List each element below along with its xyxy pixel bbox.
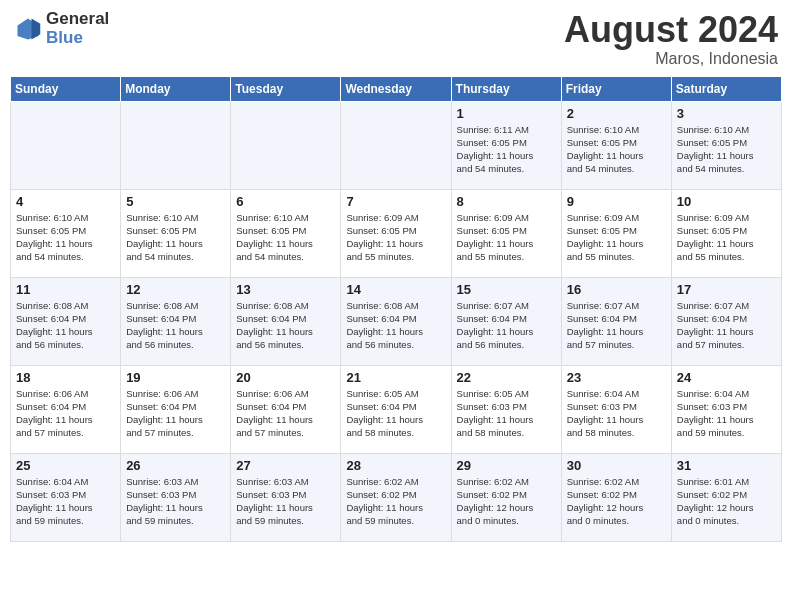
- day-info: Sunrise: 6:04 AM Sunset: 6:03 PM Dayligh…: [677, 387, 776, 440]
- weekday-header-cell: Friday: [561, 76, 671, 101]
- calendar-week-row: 11Sunrise: 6:08 AM Sunset: 6:04 PM Dayli…: [11, 277, 782, 365]
- day-number: 24: [677, 370, 776, 385]
- day-info: Sunrise: 6:07 AM Sunset: 6:04 PM Dayligh…: [677, 299, 776, 352]
- day-number: 16: [567, 282, 666, 297]
- calendar-cell: 17Sunrise: 6:07 AM Sunset: 6:04 PM Dayli…: [671, 277, 781, 365]
- calendar-cell: 23Sunrise: 6:04 AM Sunset: 6:03 PM Dayli…: [561, 365, 671, 453]
- day-info: Sunrise: 6:06 AM Sunset: 6:04 PM Dayligh…: [16, 387, 115, 440]
- calendar-cell: 10Sunrise: 6:09 AM Sunset: 6:05 PM Dayli…: [671, 189, 781, 277]
- month-year: August 2024: [564, 10, 778, 50]
- day-info: Sunrise: 6:03 AM Sunset: 6:03 PM Dayligh…: [236, 475, 335, 528]
- calendar-week-row: 25Sunrise: 6:04 AM Sunset: 6:03 PM Dayli…: [11, 453, 782, 541]
- day-number: 27: [236, 458, 335, 473]
- day-info: Sunrise: 6:07 AM Sunset: 6:04 PM Dayligh…: [457, 299, 556, 352]
- calendar-table: SundayMondayTuesdayWednesdayThursdayFrid…: [10, 76, 782, 542]
- day-info: Sunrise: 6:02 AM Sunset: 6:02 PM Dayligh…: [346, 475, 445, 528]
- day-info: Sunrise: 6:09 AM Sunset: 6:05 PM Dayligh…: [567, 211, 666, 264]
- day-number: 15: [457, 282, 556, 297]
- day-number: 20: [236, 370, 335, 385]
- day-number: 5: [126, 194, 225, 209]
- weekday-header-cell: Thursday: [451, 76, 561, 101]
- calendar-cell: 11Sunrise: 6:08 AM Sunset: 6:04 PM Dayli…: [11, 277, 121, 365]
- day-number: 14: [346, 282, 445, 297]
- day-number: 29: [457, 458, 556, 473]
- calendar-cell: 30Sunrise: 6:02 AM Sunset: 6:02 PM Dayli…: [561, 453, 671, 541]
- day-info: Sunrise: 6:10 AM Sunset: 6:05 PM Dayligh…: [16, 211, 115, 264]
- logo-general-text: General: [46, 10, 109, 29]
- day-number: 30: [567, 458, 666, 473]
- day-info: Sunrise: 6:08 AM Sunset: 6:04 PM Dayligh…: [16, 299, 115, 352]
- day-number: 10: [677, 194, 776, 209]
- day-number: 17: [677, 282, 776, 297]
- day-number: 2: [567, 106, 666, 121]
- day-info: Sunrise: 6:03 AM Sunset: 6:03 PM Dayligh…: [126, 475, 225, 528]
- calendar-cell: 22Sunrise: 6:05 AM Sunset: 6:03 PM Dayli…: [451, 365, 561, 453]
- day-info: Sunrise: 6:06 AM Sunset: 6:04 PM Dayligh…: [126, 387, 225, 440]
- calendar-cell: 3Sunrise: 6:10 AM Sunset: 6:05 PM Daylig…: [671, 101, 781, 189]
- day-info: Sunrise: 6:06 AM Sunset: 6:04 PM Dayligh…: [236, 387, 335, 440]
- day-number: 25: [16, 458, 115, 473]
- calendar-cell: 1Sunrise: 6:11 AM Sunset: 6:05 PM Daylig…: [451, 101, 561, 189]
- day-info: Sunrise: 6:02 AM Sunset: 6:02 PM Dayligh…: [457, 475, 556, 528]
- calendar-cell: 25Sunrise: 6:04 AM Sunset: 6:03 PM Dayli…: [11, 453, 121, 541]
- calendar-week-row: 18Sunrise: 6:06 AM Sunset: 6:04 PM Dayli…: [11, 365, 782, 453]
- calendar-cell: 7Sunrise: 6:09 AM Sunset: 6:05 PM Daylig…: [341, 189, 451, 277]
- weekday-header-cell: Monday: [121, 76, 231, 101]
- day-info: Sunrise: 6:05 AM Sunset: 6:03 PM Dayligh…: [457, 387, 556, 440]
- calendar-cell: 16Sunrise: 6:07 AM Sunset: 6:04 PM Dayli…: [561, 277, 671, 365]
- calendar-cell: 21Sunrise: 6:05 AM Sunset: 6:04 PM Dayli…: [341, 365, 451, 453]
- day-number: 23: [567, 370, 666, 385]
- calendar-cell: 15Sunrise: 6:07 AM Sunset: 6:04 PM Dayli…: [451, 277, 561, 365]
- title-area: August 2024 Maros, Indonesia: [564, 10, 778, 68]
- calendar-cell: 12Sunrise: 6:08 AM Sunset: 6:04 PM Dayli…: [121, 277, 231, 365]
- calendar-cell: 26Sunrise: 6:03 AM Sunset: 6:03 PM Dayli…: [121, 453, 231, 541]
- calendar-cell: 27Sunrise: 6:03 AM Sunset: 6:03 PM Dayli…: [231, 453, 341, 541]
- calendar-cell: 13Sunrise: 6:08 AM Sunset: 6:04 PM Dayli…: [231, 277, 341, 365]
- calendar-cell: 5Sunrise: 6:10 AM Sunset: 6:05 PM Daylig…: [121, 189, 231, 277]
- calendar-cell: 8Sunrise: 6:09 AM Sunset: 6:05 PM Daylig…: [451, 189, 561, 277]
- day-number: 18: [16, 370, 115, 385]
- day-info: Sunrise: 6:02 AM Sunset: 6:02 PM Dayligh…: [567, 475, 666, 528]
- calendar-cell: 2Sunrise: 6:10 AM Sunset: 6:05 PM Daylig…: [561, 101, 671, 189]
- calendar-week-row: 4Sunrise: 6:10 AM Sunset: 6:05 PM Daylig…: [11, 189, 782, 277]
- day-number: 3: [677, 106, 776, 121]
- calendar-cell: 9Sunrise: 6:09 AM Sunset: 6:05 PM Daylig…: [561, 189, 671, 277]
- day-info: Sunrise: 6:05 AM Sunset: 6:04 PM Dayligh…: [346, 387, 445, 440]
- day-number: 28: [346, 458, 445, 473]
- day-number: 11: [16, 282, 115, 297]
- calendar-cell: 18Sunrise: 6:06 AM Sunset: 6:04 PM Dayli…: [11, 365, 121, 453]
- svg-marker-1: [32, 18, 41, 39]
- calendar-cell: [341, 101, 451, 189]
- weekday-header-cell: Tuesday: [231, 76, 341, 101]
- day-info: Sunrise: 6:08 AM Sunset: 6:04 PM Dayligh…: [346, 299, 445, 352]
- calendar-cell: 29Sunrise: 6:02 AM Sunset: 6:02 PM Dayli…: [451, 453, 561, 541]
- calendar-cell: 20Sunrise: 6:06 AM Sunset: 6:04 PM Dayli…: [231, 365, 341, 453]
- day-number: 26: [126, 458, 225, 473]
- calendar-body: 1Sunrise: 6:11 AM Sunset: 6:05 PM Daylig…: [11, 101, 782, 541]
- calendar-cell: [231, 101, 341, 189]
- calendar-cell: 4Sunrise: 6:10 AM Sunset: 6:05 PM Daylig…: [11, 189, 121, 277]
- day-number: 9: [567, 194, 666, 209]
- calendar-cell: 6Sunrise: 6:10 AM Sunset: 6:05 PM Daylig…: [231, 189, 341, 277]
- day-number: 6: [236, 194, 335, 209]
- weekday-header-row: SundayMondayTuesdayWednesdayThursdayFrid…: [11, 76, 782, 101]
- location: Maros, Indonesia: [564, 50, 778, 68]
- day-number: 13: [236, 282, 335, 297]
- day-number: 12: [126, 282, 225, 297]
- logo-blue-text: Blue: [46, 29, 109, 48]
- calendar-week-row: 1Sunrise: 6:11 AM Sunset: 6:05 PM Daylig…: [11, 101, 782, 189]
- day-info: Sunrise: 6:09 AM Sunset: 6:05 PM Dayligh…: [346, 211, 445, 264]
- day-info: Sunrise: 6:08 AM Sunset: 6:04 PM Dayligh…: [126, 299, 225, 352]
- calendar-cell: 24Sunrise: 6:04 AM Sunset: 6:03 PM Dayli…: [671, 365, 781, 453]
- day-info: Sunrise: 6:10 AM Sunset: 6:05 PM Dayligh…: [236, 211, 335, 264]
- day-info: Sunrise: 6:04 AM Sunset: 6:03 PM Dayligh…: [567, 387, 666, 440]
- calendar-cell: 28Sunrise: 6:02 AM Sunset: 6:02 PM Dayli…: [341, 453, 451, 541]
- weekday-header-cell: Wednesday: [341, 76, 451, 101]
- day-info: Sunrise: 6:09 AM Sunset: 6:05 PM Dayligh…: [677, 211, 776, 264]
- logo: General Blue: [14, 10, 109, 47]
- calendar-cell: 31Sunrise: 6:01 AM Sunset: 6:02 PM Dayli…: [671, 453, 781, 541]
- day-number: 22: [457, 370, 556, 385]
- day-info: Sunrise: 6:08 AM Sunset: 6:04 PM Dayligh…: [236, 299, 335, 352]
- weekday-header-cell: Sunday: [11, 76, 121, 101]
- day-info: Sunrise: 6:01 AM Sunset: 6:02 PM Dayligh…: [677, 475, 776, 528]
